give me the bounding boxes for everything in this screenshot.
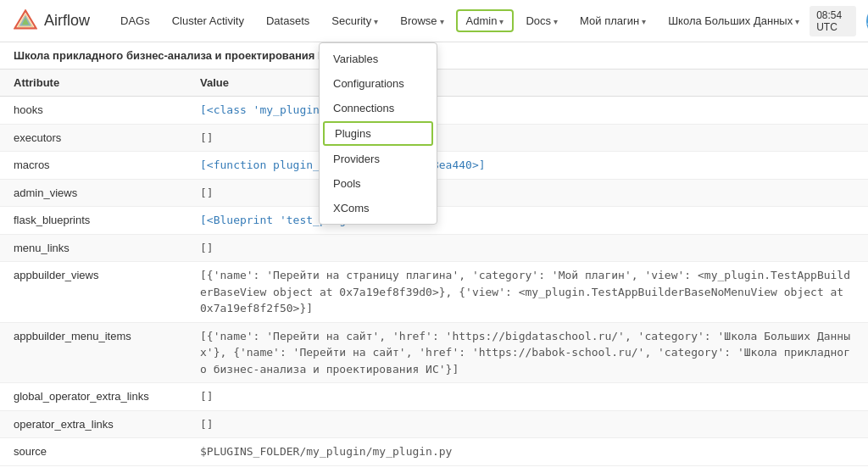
admin-arrow: ▾ [499, 17, 504, 26]
dropdown-plugins[interactable]: Plugins [323, 121, 433, 146]
cell-attribute: flask_blueprints [14, 212, 200, 229]
cell-attribute: operator_extra_links [14, 416, 200, 433]
header-value: Value [200, 76, 854, 89]
cell-value: [{'name': 'Перейти на сайт', 'href': 'ht… [200, 328, 854, 378]
nav-security[interactable]: Security▾ [321, 9, 388, 32]
cell-attribute: hooks [14, 102, 200, 119]
cell-value: [{'name': 'Перейти на страницу плагина',… [200, 267, 854, 317]
cell-attribute: admin_views [14, 185, 200, 202]
dropdown-pools[interactable]: Pools [320, 171, 437, 196]
nav-my-plugin[interactable]: Мой плагин▾ [570, 9, 656, 32]
browse-arrow: ▾ [440, 17, 444, 26]
header-attribute: Attribute [14, 76, 200, 89]
topbar: Airflow DAGs Cluster Activity Datasets S… [0, 0, 868, 42]
cell-value: [<Blueprint 'test_plugin'>] [200, 212, 854, 229]
security-arrow: ▾ [374, 17, 378, 26]
nav-right: 08:54 UTC AA [810, 6, 868, 36]
dropdown-xcoms[interactable]: XComs [320, 196, 437, 220]
nav-admin[interactable]: Admin▾ [456, 9, 515, 32]
airflow-logo-icon [14, 9, 37, 33]
big-data-school-arrow: ▾ [795, 17, 799, 26]
cell-value: [] [200, 185, 854, 202]
cell-value: [] [200, 240, 854, 257]
logo: Airflow [14, 9, 90, 33]
dropdown-variables[interactable]: Variables [320, 47, 437, 71]
cell-attribute: appbuilder_views [14, 267, 200, 284]
nav-big-data-school[interactable]: Школа Больших Данных▾ [658, 9, 810, 32]
logo-text: Airflow [44, 12, 90, 30]
nav-cluster-activity[interactable]: Cluster Activity [162, 9, 254, 32]
cell-attribute: executors [14, 130, 200, 147]
time-display[interactable]: 08:54 UTC [810, 6, 856, 36]
admin-dropdown: Variables Configurations Connections Plu… [319, 42, 437, 225]
main-nav: DAGs Cluster Activity Datasets Security▾… [110, 9, 810, 32]
cell-value: [<function plugin_macro at 0x7a19ef8ea44… [200, 157, 854, 174]
subbar-title: Школа прикладного бизнес-анализа и проек… [14, 49, 334, 62]
table-row: global_operator_extra_links[] [0, 383, 868, 411]
cell-value: [] [200, 130, 854, 147]
cell-value: [] [200, 416, 854, 433]
table-row: operator_extra_links[] [0, 411, 868, 439]
dropdown-configurations[interactable]: Configurations [320, 71, 437, 96]
cell-value: $PLUGINS_FOLDER/my_plugin/my_plugin.py [200, 443, 854, 460]
dropdown-connections[interactable]: Connections [320, 96, 437, 120]
cell-attribute: appbuilder_menu_items [14, 328, 200, 345]
cell-attribute: source [14, 443, 200, 460]
cell-value: [] [200, 388, 854, 405]
table-row: appbuilder_views[{'name': 'Перейти на ст… [0, 262, 868, 323]
nav-docs[interactable]: Docs▾ [515, 9, 568, 32]
cell-attribute: menu_links [14, 240, 200, 257]
nav-dags[interactable]: DAGs [110, 9, 160, 32]
dropdown-providers[interactable]: Providers [320, 147, 437, 171]
table-row: menu_links[] [0, 235, 868, 263]
cell-attribute: global_operator_extra_links [14, 388, 200, 405]
table-row: appbuilder_menu_items[{'name': 'Перейти … [0, 323, 868, 384]
docs-arrow: ▾ [554, 17, 558, 26]
cell-attribute: macros [14, 157, 200, 174]
nav-browse[interactable]: Browse▾ [390, 9, 453, 32]
nav-datasets[interactable]: Datasets [256, 9, 320, 32]
my-plugin-arrow: ▾ [642, 17, 646, 26]
cell-value: [<class 'my_plugin.PluginHook'>] [200, 102, 854, 119]
table-row: source$PLUGINS_FOLDER/my_plugin/my_plugi… [0, 438, 868, 466]
